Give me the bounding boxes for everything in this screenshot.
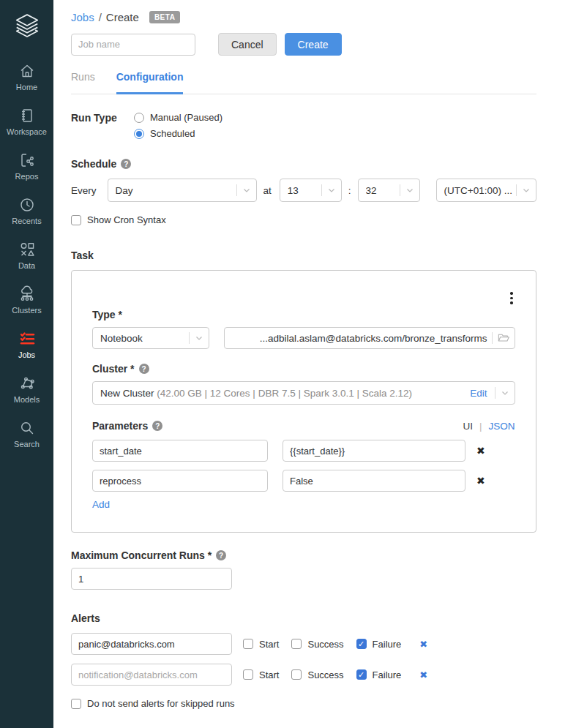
models-icon <box>18 375 37 392</box>
start-label[interactable]: Start <box>259 669 279 680</box>
param-value-input[interactable] <box>283 470 465 492</box>
skipped-runs-label: Do not send alerts for skipped runs <box>87 698 235 709</box>
json-view-toggle[interactable]: JSON <box>489 421 515 432</box>
jobs-icon <box>18 330 37 348</box>
at-label: at <box>263 185 272 196</box>
minute-value: 32 <box>366 185 400 196</box>
radio-unchecked-icon[interactable] <box>134 113 144 123</box>
recents-icon <box>18 196 37 214</box>
run-type-section: Run Type Manual (Paused) Scheduled <box>71 112 536 139</box>
show-cron-syntax-label: Show Cron Syntax <box>87 214 166 225</box>
success-label[interactable]: Success <box>307 669 343 680</box>
breadcrumb-separator: / <box>99 11 102 23</box>
sidebar-item-recents[interactable]: Recents <box>0 196 53 225</box>
max-concurrent-label-text: Maximum Concurrent Runs * <box>71 549 212 561</box>
checkbox-unchecked-icon[interactable] <box>71 699 81 709</box>
beta-badge: BETA <box>149 11 180 23</box>
breadcrumb-jobs-link[interactable]: Jobs <box>71 11 94 23</box>
create-button[interactable]: Create <box>285 33 342 56</box>
success-label[interactable]: Success <box>307 639 343 650</box>
main-content: Jobs / Create BETA Cancel Create Runs Co… <box>53 0 576 728</box>
max-concurrent-help-icon[interactable]: ? <box>216 550 226 560</box>
alert-email-input[interactable] <box>71 664 232 686</box>
sidebar-item-repos[interactable]: Repos <box>0 151 53 181</box>
param-view-toggle: UI | JSON <box>463 421 515 432</box>
failure-checkbox[interactable]: ✓ <box>356 669 367 680</box>
cluster-help-icon[interactable]: ? <box>139 364 149 374</box>
time-colon: : <box>348 185 351 196</box>
alert-email-input[interactable] <box>71 633 232 655</box>
breadcrumb-current: Create <box>106 11 139 23</box>
start-label[interactable]: Start <box>259 639 279 650</box>
data-icon <box>18 241 37 258</box>
chevron-down-icon <box>322 186 341 195</box>
sidebar-item-label: Data <box>18 261 35 270</box>
databricks-logo-icon[interactable] <box>13 12 41 42</box>
frequency-select[interactable]: Day <box>108 179 257 202</box>
failure-checkbox[interactable]: ✓ <box>356 639 367 649</box>
kebab-menu-icon[interactable] <box>509 290 515 306</box>
radio-checked-icon[interactable] <box>134 129 144 139</box>
cluster-label-text: Cluster * <box>92 363 135 375</box>
sidebar-item-label: Jobs <box>18 350 35 359</box>
chevron-down-icon <box>190 334 209 342</box>
cluster-edit-link[interactable]: Edit <box>470 388 494 399</box>
success-checkbox[interactable] <box>291 669 302 680</box>
clusters-icon <box>18 285 37 303</box>
start-checkbox[interactable] <box>243 639 253 649</box>
sidebar-item-jobs[interactable]: Jobs <box>0 330 53 359</box>
tab-runs[interactable]: Runs <box>71 71 95 94</box>
param-value-input[interactable] <box>283 440 465 462</box>
timezone-select[interactable]: (UTC+01:00) ... <box>436 179 536 202</box>
parameters-help-icon[interactable]: ? <box>152 421 162 431</box>
sidebar-item-clusters[interactable]: Clusters <box>0 285 53 315</box>
cluster-label: Cluster * ? <box>92 363 515 375</box>
sidebar-item-workspace[interactable]: Workspace <box>0 107 53 136</box>
skipped-runs-checkbox[interactable]: Do not send alerts for skipped runs <box>71 698 536 709</box>
add-parameter-link[interactable]: Add <box>92 499 110 510</box>
chevron-down-icon <box>517 186 536 195</box>
hour-select[interactable]: 13 <box>280 179 342 202</box>
param-key-input[interactable] <box>92 470 268 492</box>
minute-select[interactable]: 32 <box>358 179 420 202</box>
sidebar-item-label: Workspace <box>7 127 47 136</box>
cluster-select[interactable]: New Cluster (42.00 GB | 12 Cores | DBR 7… <box>92 381 515 405</box>
start-checkbox[interactable] <box>243 669 253 680</box>
task-type-select[interactable]: Notebook <box>92 327 209 349</box>
show-cron-syntax-checkbox[interactable]: Show Cron Syntax <box>71 214 536 225</box>
frequency-value: Day <box>116 185 236 196</box>
job-name-input[interactable] <box>71 34 195 56</box>
sidebar-item-home[interactable]: Home <box>0 62 53 91</box>
remove-param-icon[interactable]: ✖ <box>476 446 485 456</box>
type-label: Type * <box>92 309 515 320</box>
job-name-row: Cancel Create <box>71 33 536 56</box>
tab-bar: Runs Configuration <box>71 71 536 94</box>
max-concurrent-input[interactable] <box>71 568 232 590</box>
sidebar-item-search[interactable]: Search <box>0 419 53 449</box>
breadcrumb: Jobs / Create BETA <box>71 11 536 23</box>
failure-label[interactable]: Failure <box>373 669 402 680</box>
task-type-value: Notebook <box>100 333 189 344</box>
cancel-button[interactable]: Cancel <box>218 33 277 56</box>
radio-scheduled[interactable]: Scheduled <box>134 128 222 139</box>
schedule-help-icon[interactable]: ? <box>121 159 131 169</box>
schedule-row: Every Day at 13 : 32 (UTC+01:00) ... <box>71 179 536 202</box>
remove-param-icon[interactable]: ✖ <box>476 476 485 486</box>
folder-browse-icon[interactable] <box>493 333 515 343</box>
remove-alert-icon[interactable]: ✖ <box>419 639 427 649</box>
param-key-input[interactable] <box>92 440 268 462</box>
remove-alert-icon[interactable]: ✖ <box>419 670 427 680</box>
task-heading: Task <box>71 249 536 261</box>
parameter-row: ✖ <box>92 440 515 462</box>
tab-configuration[interactable]: Configuration <box>116 71 184 94</box>
failure-label[interactable]: Failure <box>373 639 402 650</box>
notebook-path-field[interactable]: ...adbilal.aslam@databricks.com/bronze_t… <box>224 327 515 349</box>
sidebar-item-models[interactable]: Models <box>0 375 53 404</box>
cluster-name: New Cluster <box>100 388 154 399</box>
sidebar-item-label: Models <box>14 395 40 404</box>
success-checkbox[interactable] <box>291 639 302 649</box>
checkbox-unchecked-icon[interactable] <box>71 215 81 225</box>
radio-manual-paused[interactable]: Manual (Paused) <box>134 112 222 123</box>
sidebar-item-data[interactable]: Data <box>0 241 53 270</box>
ui-view-toggle[interactable]: UI <box>463 421 474 432</box>
